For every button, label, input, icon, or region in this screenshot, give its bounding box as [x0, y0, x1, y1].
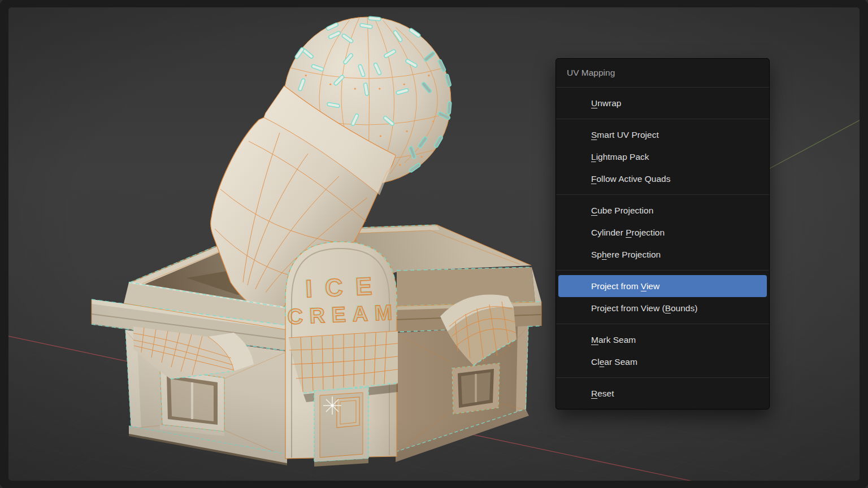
uv-mapping-context-menu: UV Mapping Unwrap Smart UV Project Light… — [555, 58, 770, 409]
menu-section-reset: Reset — [556, 377, 769, 409]
menu-item-follow-active-quads[interactable]: Follow Active Quads — [556, 168, 769, 190]
right-window — [452, 363, 500, 414]
menu-item-sphere-projection[interactable]: Sphere Projection — [556, 243, 769, 265]
menu-item-reset[interactable]: Reset — [556, 382, 769, 404]
menu-title: UV Mapping — [556, 59, 769, 87]
menu-item-clear-seam[interactable]: Clear Seam — [556, 351, 769, 373]
blender-window: { "viewport": { "background": "#3b3b3b",… — [0, 0, 868, 488]
menu-section-projections: Cube Projection Cylinder Projection Sphe… — [556, 194, 769, 270]
menu-item-project-from-view[interactable]: Project from View — [558, 275, 767, 297]
menu-item-cylinder-projection[interactable]: Cylinder Projection — [556, 221, 769, 243]
menu-item-project-from-view-bounds[interactable]: Project from View (Bounds) — [556, 297, 769, 319]
menu-section-view: Project from View Project from View (Bou… — [556, 270, 769, 324]
menu-section-unwrap: Unwrap — [556, 87, 769, 119]
menu-item-lightmap-pack[interactable]: Lightmap Pack — [556, 146, 769, 168]
menu-section-seams: Mark Seam Clear Seam — [556, 324, 769, 377]
menu-item-unwrap[interactable]: Unwrap — [556, 92, 769, 114]
menu-item-smart-uv-project[interactable]: Smart UV Project — [556, 124, 769, 146]
menu-item-cube-projection[interactable]: Cube Projection — [556, 199, 769, 221]
menu-section-smart: Smart UV Project Lightmap Pack Follow Ac… — [556, 119, 769, 194]
menu-item-mark-seam[interactable]: Mark Seam — [556, 329, 769, 351]
entrance-door — [314, 387, 368, 467]
left-window — [160, 368, 224, 436]
